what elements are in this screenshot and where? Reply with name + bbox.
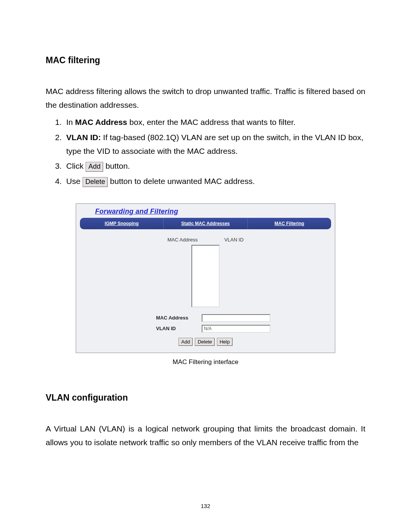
column-mac-address: MAC Address xyxy=(167,237,198,243)
step-text: In xyxy=(66,118,75,126)
column-vlan-id: VLAN ID xyxy=(224,237,244,243)
step-text: box, enter the MAC address that wants to… xyxy=(127,118,295,126)
step-text: Click xyxy=(66,161,86,170)
mac-filtering-panel: Forwarding and Filtering IGMP Snooping S… xyxy=(76,203,335,353)
steps-list: In MAC Address box, enter the MAC addres… xyxy=(46,115,365,188)
step-text: If tag-based (802.1Q) VLAN are set up on… xyxy=(66,133,363,155)
step-text: button to delete unwanted MAC address. xyxy=(110,177,255,185)
page-number: 132 xyxy=(0,503,411,509)
heading-vlan-configuration: VLAN configuration xyxy=(46,393,365,403)
figure-caption: MAC Filtering interface xyxy=(46,358,365,366)
step-text: Use xyxy=(66,177,83,185)
label-vlan-id: VLAN ID xyxy=(156,326,202,331)
step-bold: VLAN ID: xyxy=(66,133,101,142)
intro-paragraph: MAC address filtering allows the switch … xyxy=(46,85,365,112)
help-button[interactable]: Help xyxy=(217,338,233,346)
label-mac-address: MAC Address xyxy=(156,315,202,321)
step-3: Click Add button. xyxy=(64,159,365,173)
mac-address-input[interactable] xyxy=(202,314,270,322)
mac-listbox[interactable] xyxy=(191,245,220,307)
step-bold: MAC Address xyxy=(75,118,127,126)
delete-button[interactable]: Delete xyxy=(195,338,215,346)
panel-title: Forwarding and Filtering xyxy=(95,208,178,215)
vlan-id-input[interactable] xyxy=(202,325,270,332)
tab-igmp-snooping[interactable]: IGMP Snooping xyxy=(80,218,164,229)
vlan-paragraph: A Virtual LAN (VLAN) is a logical networ… xyxy=(46,422,365,449)
tab-mac-filtering[interactable]: MAC Filtering xyxy=(248,218,331,229)
step-4: Use Delete button to delete unwanted MAC… xyxy=(64,174,365,188)
tab-bar: IGMP Snooping Static MAC Addresses MAC F… xyxy=(80,218,331,229)
tab-static-mac[interactable]: Static MAC Addresses xyxy=(164,218,247,229)
step-1: In MAC Address box, enter the MAC addres… xyxy=(64,115,365,129)
add-button[interactable]: Add xyxy=(178,338,193,346)
add-button-inline: Add xyxy=(86,162,103,172)
delete-button-inline: Delete xyxy=(83,177,108,187)
step-2: VLAN ID: If tag-based (802.1Q) VLAN are … xyxy=(64,131,365,158)
step-text: button. xyxy=(105,161,130,170)
heading-mac-filtering: MAC filtering xyxy=(46,55,365,66)
